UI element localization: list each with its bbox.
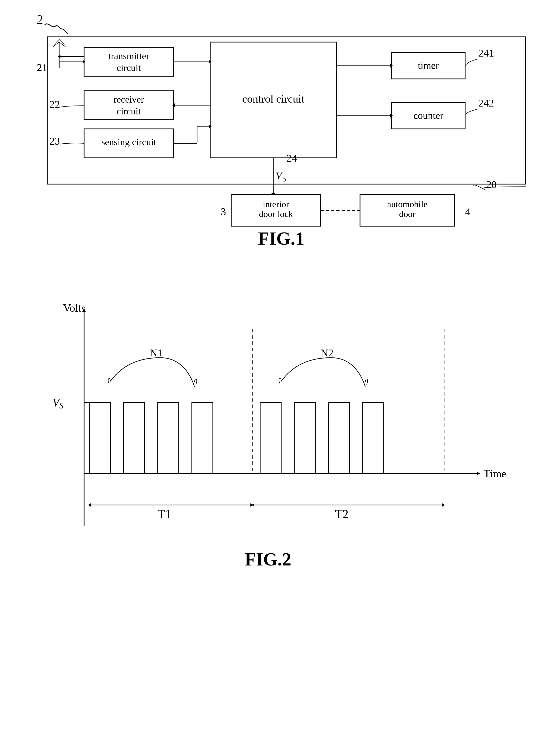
- svg-text:N1: N1: [150, 347, 163, 359]
- svg-marker-78: [442, 504, 445, 507]
- svg-text:241: 241: [478, 47, 494, 59]
- svg-text:21: 21: [37, 62, 47, 73]
- svg-text:242: 242: [478, 97, 494, 109]
- svg-text:counter: counter: [413, 110, 443, 121]
- svg-text:2: 2: [37, 13, 43, 26]
- fig1-diagram: 2 21 transmitter circuit receiver circui…: [31, 16, 531, 221]
- fig2-diagram: Volts Time VS N1: [31, 289, 531, 710]
- svg-marker-64: [477, 472, 480, 475]
- svg-text:automobile: automobile: [387, 200, 428, 209]
- svg-line-1: [63, 29, 68, 34]
- svg-text:transmitter: transmitter: [108, 51, 149, 61]
- svg-text:FIG.2: FIG.2: [245, 549, 291, 569]
- svg-text:T2: T2: [335, 507, 348, 521]
- svg-text:Time: Time: [484, 468, 506, 480]
- svg-text:23: 23: [49, 135, 60, 147]
- svg-text:22: 22: [49, 98, 60, 110]
- svg-text:4: 4: [465, 206, 470, 217]
- svg-text:circuit: circuit: [117, 106, 141, 117]
- svg-marker-77: [251, 504, 254, 507]
- svg-text:FIG.1: FIG.1: [258, 228, 305, 249]
- svg-text:Volts: Volts: [63, 302, 86, 314]
- svg-text:T1: T1: [158, 507, 171, 521]
- fig2-svg: Volts Time VS N1: [31, 289, 531, 684]
- svg-text:20: 20: [486, 179, 497, 190]
- svg-text:timer: timer: [418, 60, 439, 71]
- svg-marker-73: [88, 504, 91, 507]
- svg-text:interior: interior: [263, 200, 289, 209]
- svg-text:V: V: [276, 170, 283, 181]
- svg-text:control circuit: control circuit: [242, 93, 305, 105]
- svg-text:N2: N2: [321, 347, 334, 359]
- fig1-svg: 2 21 transmitter circuit receiver circui…: [31, 16, 531, 226]
- svg-text:sensing circuit: sensing circuit: [101, 137, 156, 147]
- svg-text:VS: VS: [53, 397, 64, 410]
- page: 2 21 transmitter circuit receiver circui…: [0, 0, 560, 748]
- svg-text:3: 3: [221, 206, 226, 217]
- svg-text:receiver: receiver: [114, 94, 144, 105]
- svg-text:circuit: circuit: [117, 63, 141, 73]
- svg-text:door: door: [399, 209, 416, 219]
- svg-text:S: S: [283, 175, 287, 183]
- svg-text:door lock: door lock: [259, 209, 293, 219]
- svg-text:24: 24: [287, 152, 297, 164]
